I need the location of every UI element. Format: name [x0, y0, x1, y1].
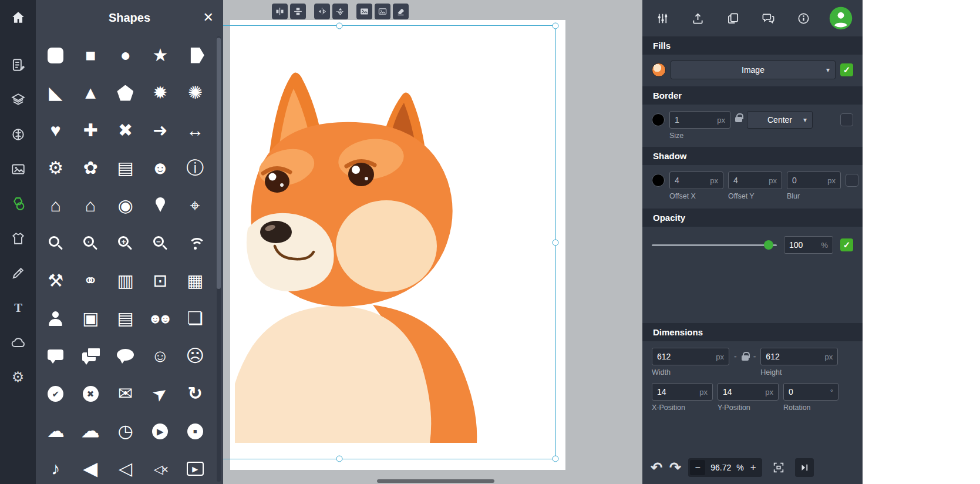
shape-wifi[interactable] [178, 224, 213, 262]
aspect-lock-icon[interactable] [742, 355, 749, 361]
shape-check-circle[interactable]: ✔ [38, 375, 73, 412]
sidebar-item-home[interactable] [5, 5, 31, 31]
border-enabled-checkbox[interactable] [840, 113, 853, 126]
flip-vertical-button[interactable] [332, 4, 348, 19]
fit-to-screen-button[interactable] [769, 458, 788, 477]
shape-idea-head[interactable]: ☻ [143, 149, 177, 187]
shape-home[interactable]: ⌂ [73, 187, 107, 224]
height-input[interactable] [766, 352, 822, 361]
chat-button[interactable] [758, 8, 779, 29]
shape-cloud-download[interactable]: ☁ [73, 412, 107, 450]
shape-compass[interactable]: ⌖ [178, 187, 213, 224]
shapes-scrollbar-track[interactable] [217, 36, 221, 482]
y-position-input[interactable] [723, 387, 763, 396]
shadow-offset-y-input[interactable] [733, 176, 766, 185]
shape-plus[interactable]: ✚ [73, 112, 107, 149]
shape-document[interactable]: ❏ [178, 300, 213, 337]
shape-star[interactable]: ★ [143, 36, 177, 74]
fill-type-select[interactable]: Image ▾ [671, 60, 836, 79]
shape-mute[interactable]: ◁× [143, 450, 177, 484]
shape-gear[interactable]: ⚙ [38, 149, 73, 187]
border-position-select[interactable]: Center ▾ [747, 111, 813, 129]
canvas-horizontal-scrollbar[interactable] [377, 479, 494, 483]
shape-speaker-loud[interactable]: ◀ [73, 450, 107, 484]
shape-cross-circle[interactable]: ✖ [73, 375, 107, 412]
shape-person-photo[interactable]: ▣ [73, 300, 107, 337]
shape-zoom-in[interactable]: + [108, 224, 143, 262]
shape-burst-12[interactable]: ✺ [178, 74, 213, 112]
distribute-vertical-button[interactable] [290, 4, 306, 19]
shape-tools[interactable]: ⚒ [38, 262, 73, 300]
sidebar-item-draw[interactable] [5, 260, 31, 286]
shape-burst-8[interactable]: ✹ [143, 74, 177, 112]
shape-info-circle[interactable]: ⓘ [178, 149, 213, 187]
info-button[interactable] [793, 8, 814, 29]
opacity-slider-knob[interactable] [764, 240, 773, 250]
opacity-input[interactable] [789, 240, 819, 250]
selection-handle-bottom-right[interactable] [553, 456, 559, 462]
shape-paper-plane[interactable]: ➤ [143, 375, 177, 412]
shape-heart[interactable]: ♥ [38, 112, 73, 149]
shape-cloud-upload[interactable]: ☁ [38, 412, 73, 450]
redo-icon[interactable]: ↷ [669, 461, 681, 475]
selection-handle-bottom-center[interactable] [336, 456, 343, 462]
shape-journal[interactable]: ⊡ [143, 262, 177, 300]
shape-pentagon[interactable] [108, 74, 143, 112]
shadow-color-swatch[interactable] [652, 174, 665, 187]
sidebar-item-text[interactable]: T [5, 295, 31, 321]
x-position-input[interactable] [657, 387, 697, 396]
shape-video-player[interactable]: ▶ [178, 450, 213, 484]
shape-rounded-square[interactable] [38, 36, 73, 74]
shape-right-triangle[interactable]: ◣ [38, 74, 73, 112]
shape-square[interactable]: ■ [73, 36, 107, 74]
shape-link[interactable]: ⚭ [73, 262, 107, 300]
shape-person[interactable] [38, 300, 73, 337]
shape-map-pin[interactable] [143, 187, 177, 224]
sidebar-item-images[interactable] [5, 156, 31, 182]
undo-icon[interactable]: ↶ [651, 461, 662, 475]
distribute-horizontal-button[interactable] [272, 4, 288, 19]
shape-comment[interactable] [38, 337, 73, 375]
shape-play-circle[interactable]: ▶ [143, 412, 177, 450]
eraser-button[interactable] [393, 4, 409, 19]
shadow-enabled-checkbox[interactable] [846, 174, 858, 187]
sidebar-item-shapes[interactable] [5, 191, 31, 217]
shape-id-card[interactable]: ▤ [108, 300, 143, 337]
shape-chat-oval[interactable] [108, 337, 143, 375]
flip-horizontal-button[interactable] [314, 4, 330, 19]
shape-envelope[interactable]: ✉ [108, 375, 143, 412]
sidebar-item-layers[interactable] [5, 87, 31, 113]
shape-page-search[interactable]: ▥ [108, 262, 143, 300]
upload-button[interactable] [687, 8, 708, 29]
shape-circle[interactable]: ● [108, 36, 143, 74]
shadow-offset-x-input[interactable] [675, 176, 708, 185]
shape-arrow-right[interactable]: ➜ [143, 112, 177, 149]
shape-calendar[interactable]: ▦ [178, 262, 213, 300]
border-size-input[interactable] [675, 115, 715, 125]
shape-triangle[interactable]: ▲ [73, 74, 107, 112]
shadow-blur-input[interactable] [792, 176, 825, 185]
shape-search[interactable] [38, 224, 73, 262]
adjust-button[interactable] [652, 8, 673, 29]
shape-people[interactable]: ☻☻ [143, 300, 177, 337]
copy-button[interactable] [722, 8, 743, 29]
sidebar-item-templates[interactable] [5, 52, 31, 78]
fill-image-thumbnail[interactable] [652, 63, 666, 77]
shape-speaker[interactable]: ◁ [108, 450, 143, 484]
opacity-enabled-checkbox[interactable]: ✓ [840, 238, 853, 251]
shape-globe[interactable]: ◉ [108, 187, 143, 224]
zoom-in-button[interactable]: + [749, 462, 757, 473]
shape-flower[interactable]: ✿ [73, 149, 107, 187]
account-button[interactable] [829, 6, 853, 31]
border-color-swatch[interactable] [652, 113, 665, 126]
zoom-out-button[interactable]: − [690, 460, 705, 475]
shape-stop-circle[interactable]: ■ [178, 412, 213, 450]
collapse-panel-button[interactable] [795, 458, 814, 477]
image-filter-button[interactable] [356, 4, 372, 19]
selection-handle-middle-right[interactable] [553, 239, 559, 246]
selection-handle-top-right[interactable] [553, 23, 559, 29]
shape-arrow-left-right[interactable]: ↔ [178, 112, 213, 149]
image-crop-button[interactable] [375, 4, 390, 19]
shape-cross[interactable]: ✖ [108, 112, 143, 149]
shape-smiley[interactable]: ☺ [143, 337, 177, 375]
